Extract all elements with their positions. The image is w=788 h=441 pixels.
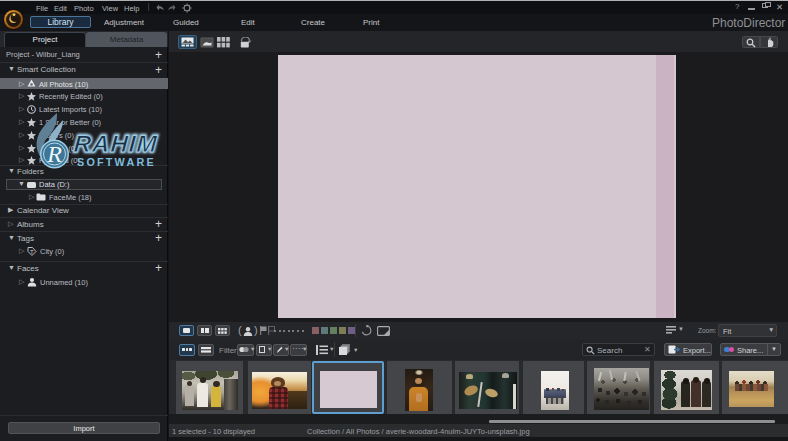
svg-text:T: T [30, 248, 34, 254]
svg-text:RAHIM: RAHIM [73, 130, 159, 157]
svg-text:SOFTWARE: SOFTWARE [77, 156, 156, 168]
svg-text:R: R [46, 141, 62, 167]
